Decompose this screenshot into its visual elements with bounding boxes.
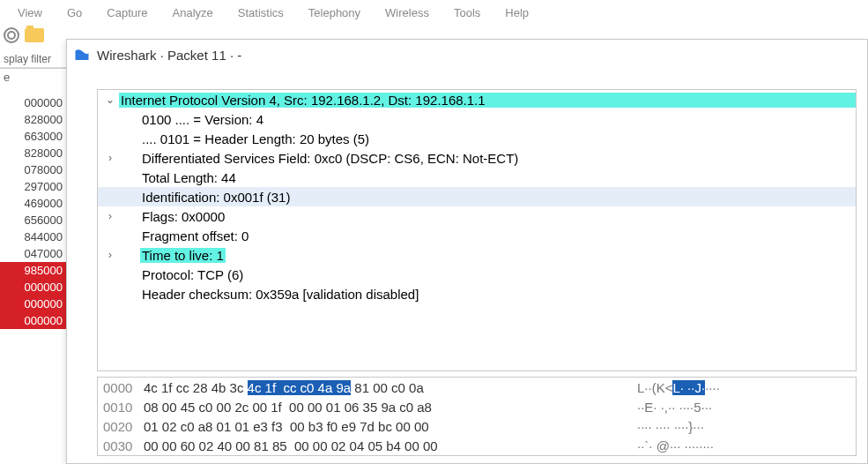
hex-ascii: ···· ···· ····}··· xyxy=(637,419,856,434)
hex-bytes[interactable]: 01 02 c0 a8 01 01 e3 f3 00 b3 f0 e9 7d b… xyxy=(144,419,637,434)
tree-row[interactable]: ›Flags: 0x0000 xyxy=(98,206,856,226)
packet-row[interactable]: 078000 xyxy=(0,161,66,178)
packet-row[interactable]: 000000 xyxy=(0,296,66,312)
hex-row[interactable]: 00004c 1f cc 28 4b 3c 4c 1f cc c0 4a 9a … xyxy=(98,378,856,397)
tree-row[interactable]: .... 0101 = Header Length: 20 bytes (5) xyxy=(98,129,856,148)
tree-label: Header checksum: 0x359a [validation disa… xyxy=(140,287,420,302)
tree-row[interactable]: Header checksum: 0x359a [validation disa… xyxy=(98,284,856,303)
menu-capture[interactable]: Capture xyxy=(94,3,160,23)
tree-row[interactable]: Total Length: 44 xyxy=(98,168,856,187)
tree-label: Time to live: 1 xyxy=(140,248,226,263)
packet-row[interactable]: 469000 xyxy=(0,195,66,212)
protocol-tree[interactable]: ⌄Internet Protocol Version 4, Src: 192.1… xyxy=(97,89,857,371)
hex-bytes[interactable]: 08 00 45 c0 00 2c 00 1f 00 00 01 06 35 9… xyxy=(144,400,637,415)
tree-row[interactable]: ›Differentiated Services Field: 0xc0 (DS… xyxy=(98,148,856,168)
menu-tools[interactable]: Tools xyxy=(441,3,493,23)
tree-label: Flags: 0x0000 xyxy=(140,209,226,224)
tree-label: Differentiated Services Field: 0xc0 (DSC… xyxy=(140,151,520,166)
tree-label: Identification: 0x001f (31) xyxy=(140,190,292,205)
tree-row[interactable]: 0100 .... = Version: 4 xyxy=(98,109,856,129)
tree-row[interactable]: Protocol: TCP (6) xyxy=(98,265,856,284)
menu-go[interactable]: Go xyxy=(55,3,94,23)
hex-bytes[interactable]: 4c 1f cc 28 4b 3c 4c 1f cc c0 4a 9a 81 0… xyxy=(144,380,637,395)
packet-row[interactable]: 000000 xyxy=(0,279,66,296)
side-index-list[interactable]: 0000008280006630008280000780002970004690… xyxy=(0,86,66,329)
menu-telephony[interactable]: Telephony xyxy=(296,3,373,23)
packet-row[interactable]: 297000 xyxy=(0,178,66,195)
side-e-label: e xyxy=(0,68,66,86)
hex-row[interactable]: 003000 00 60 02 40 00 81 85 00 00 02 04 … xyxy=(98,436,856,455)
dialog-title: Wireshark · Packet 11 · - xyxy=(97,48,241,63)
packet-row[interactable]: 828000 xyxy=(0,145,66,161)
dialog-titlebar: Wireshark · Packet 11 · - xyxy=(67,40,867,70)
chevron-down-icon[interactable]: ⌄ xyxy=(101,94,119,106)
packet-row[interactable]: 828000 xyxy=(0,111,66,128)
hex-row[interactable]: 002001 02 c0 a8 01 01 e3 f3 00 b3 f0 e9 … xyxy=(98,416,856,436)
chevron-right-icon[interactable]: › xyxy=(101,152,119,164)
menu-view[interactable]: View xyxy=(5,3,55,23)
menu-analyze[interactable]: Analyze xyxy=(160,3,226,23)
hex-row[interactable]: 001008 00 45 c0 00 2c 00 1f 00 00 01 06 … xyxy=(98,397,856,416)
wireshark-icon xyxy=(74,47,90,63)
hex-offset: 0030 xyxy=(98,438,144,453)
tree-label: Fragment offset: 0 xyxy=(140,228,250,243)
tree-label: Protocol: TCP (6) xyxy=(140,267,245,282)
tree-label: Total Length: 44 xyxy=(140,170,238,185)
hex-offset: 0010 xyxy=(98,400,144,415)
packet-dialog: Wireshark · Packet 11 · - ⌄Internet Prot… xyxy=(66,39,868,464)
chevron-right-icon[interactable]: › xyxy=(101,249,119,261)
packet-row[interactable]: 047000 xyxy=(0,245,66,262)
hex-ascii: ··`· @··· ········ xyxy=(637,438,856,453)
menu-wireless[interactable]: Wireless xyxy=(373,3,441,23)
display-filter-label[interactable]: splay filter xyxy=(0,51,66,68)
hex-bytes[interactable]: 00 00 60 02 40 00 81 85 00 00 02 04 05 b… xyxy=(144,438,637,453)
tree-row[interactable]: ›Time to live: 1 xyxy=(98,245,856,265)
tree-label: 0100 .... = Version: 4 xyxy=(140,112,265,127)
hex-offset: 0020 xyxy=(98,419,144,434)
tree-label: .... 0101 = Header Length: 20 bytes (5) xyxy=(140,131,371,146)
folder-icon[interactable] xyxy=(25,28,44,42)
packet-row[interactable]: 000000 xyxy=(0,312,66,329)
packet-row[interactable]: 656000 xyxy=(0,212,66,228)
packet-row[interactable]: 844000 xyxy=(0,228,66,245)
packet-row[interactable]: 000000 xyxy=(0,94,66,111)
tree-row[interactable]: Fragment offset: 0 xyxy=(98,226,856,245)
left-column: splay filter e 0000008280006630008280000… xyxy=(0,51,66,464)
gear-icon[interactable] xyxy=(4,27,19,43)
hex-offset: 0000 xyxy=(98,380,144,395)
packet-row[interactable]: 985000 xyxy=(0,262,66,279)
tree-row[interactable]: ⌄Internet Protocol Version 4, Src: 192.1… xyxy=(98,90,856,109)
menu-statistics[interactable]: Statistics xyxy=(226,3,296,23)
menu-help[interactable]: Help xyxy=(493,3,541,23)
packet-row[interactable]: 663000 xyxy=(0,128,66,145)
menu-bar: ViewGoCaptureAnalyzeStatisticsTelephonyW… xyxy=(0,0,868,25)
hex-ascii: L··(K<L· ··J····· xyxy=(637,380,856,395)
hex-ascii: ··E· ·,·· ····5··· xyxy=(637,400,856,415)
tree-label: Internet Protocol Version 4, Src: 192.16… xyxy=(119,93,856,108)
tree-row[interactable]: Identification: 0x001f (31) xyxy=(98,187,856,206)
chevron-right-icon[interactable]: › xyxy=(101,210,119,222)
hex-pane[interactable]: 00004c 1f cc 28 4b 3c 4c 1f cc c0 4a 9a … xyxy=(97,377,857,456)
